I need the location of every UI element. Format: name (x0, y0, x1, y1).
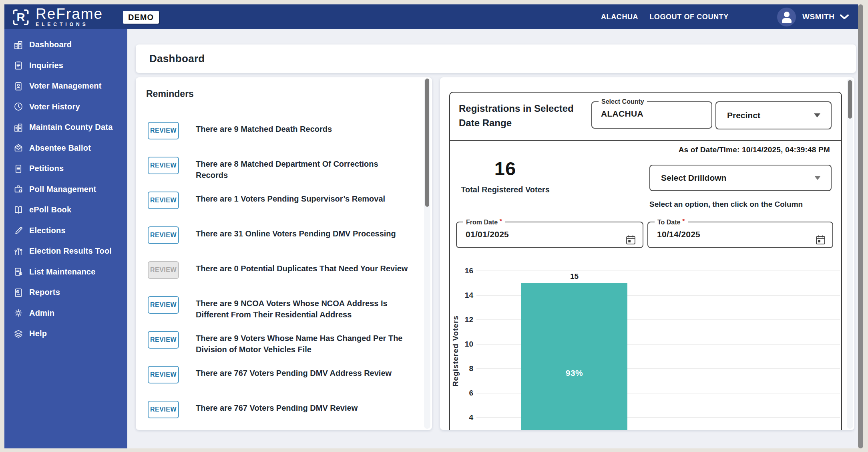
precinct-select-label: Precinct (727, 111, 760, 120)
calendar-icon[interactable] (815, 234, 826, 245)
reminder-text: There are 9 NCOA Voters Whose NCOA Addre… (196, 296, 412, 320)
reminders-scrollbar[interactable] (424, 79, 430, 429)
bar-percentage-label: 93% (521, 368, 627, 378)
precinct-select[interactable]: Precinct (715, 101, 832, 129)
review-button[interactable]: REVIEW (148, 366, 179, 383)
review-button[interactable]: REVIEW (148, 157, 179, 174)
bar-value-label: 15 (521, 272, 627, 281)
envelope-check-icon (13, 143, 24, 153)
reminder-row: REVIEWThere are 767 Voters Pending DMV R… (148, 401, 358, 430)
registrations-title: Registrations in Selected Date Range (459, 101, 591, 130)
app-window: R ReFrame ELECTIONS DEMO ALACHUA LOGOUT … (4, 4, 858, 448)
sidebar-item-label: Poll Management (29, 185, 96, 194)
review-button[interactable]: REVIEW (148, 296, 179, 314)
sidebar-item-maintain-county-data[interactable]: Maintain County Data (4, 117, 127, 138)
review-button[interactable]: REVIEW (148, 331, 179, 349)
logout-of-county-link[interactable]: LOGOUT OF COUNTY (649, 13, 729, 21)
clock-icon (13, 101, 24, 112)
y-axis-label: Registered Voters (451, 315, 460, 387)
sidebar-item-label: Absentee Ballot (29, 143, 91, 153)
demo-badge: DEMO (123, 11, 159, 24)
sidebar-item-label: Dashboard (29, 40, 72, 49)
section-divider (450, 140, 841, 141)
from-date-value: 01/01/2025 (466, 230, 643, 239)
select-county-value: ALACHUA (601, 109, 711, 119)
brand-logo: R ReFrame ELECTIONS (11, 7, 103, 27)
select-county-label: Select County (599, 98, 647, 105)
sidebar-item-poll-management[interactable]: Poll Management (4, 179, 127, 200)
total-registered-label: Total Registered Voters (457, 185, 553, 194)
drilldown-select[interactable]: Select Drilldown (649, 165, 832, 191)
people-chart-icon (13, 246, 24, 256)
clipboard-icon (13, 60, 24, 71)
user-menu[interactable]: WSMITH (777, 4, 849, 29)
county-link[interactable]: ALACHUA (601, 13, 638, 21)
sidebar-item-help[interactable]: Help (4, 323, 127, 344)
sidebar-item-label: Help (29, 329, 47, 338)
svg-text:R: R (16, 11, 25, 24)
buildings-icon (13, 122, 24, 133)
sidebar-item-inquiries[interactable]: Inquiries (4, 55, 127, 76)
reminders-scrollbar-thumb[interactable] (425, 79, 429, 207)
sidebar: DashboardInquiriesVoter ManagementVoter … (4, 29, 127, 448)
registrations-bar-chart: 46810121416 Registered Voters 93% 15 (450, 257, 843, 430)
registrations-scrollbar-thumb[interactable] (848, 80, 852, 119)
reminders-title: Reminders (146, 89, 194, 99)
page-title: Dashboard (149, 52, 205, 65)
sidebar-item-label: Voter Management (29, 81, 102, 91)
sidebar-item-absentee-ballot[interactable]: Absentee Ballot (4, 138, 127, 159)
reminder-text: There are 1 Voters Pending Supervisor’s … (196, 192, 385, 204)
sidebar-item-label: ePoll Book (29, 205, 71, 214)
gear-icon (13, 308, 24, 318)
page-scrollbar-thumb[interactable] (858, 4, 863, 448)
select-county-field[interactable]: Select County ALACHUA (591, 98, 712, 129)
y-axis-tick-label: 14 (450, 291, 473, 300)
report-icon (13, 287, 24, 298)
caret-down-icon (814, 113, 820, 117)
sidebar-item-label: Maintain County Data (29, 123, 113, 132)
y-axis-tick-label: 6 (450, 388, 473, 398)
review-button[interactable]: REVIEW (148, 401, 179, 418)
sidebar-item-dashboard[interactable]: Dashboard (4, 34, 127, 55)
registrations-panel: Registrations in Selected Date Range Sel… (440, 77, 854, 430)
caret-down-icon (815, 176, 820, 180)
sidebar-item-reports[interactable]: Reports (4, 282, 127, 303)
reminder-row: REVIEWThere are 9 Voters Whose Name Has … (148, 331, 412, 366)
to-date-field[interactable]: To Date * 10/14/2025 (647, 218, 833, 248)
sidebar-item-admin[interactable]: Admin (4, 303, 127, 324)
id-card-icon (13, 81, 24, 91)
review-button[interactable]: REVIEW (148, 122, 179, 139)
reminders-panel: Reminders REVIEWThere are 9 Matched Deat… (136, 77, 432, 430)
sidebar-item-label: Inquiries (29, 61, 63, 70)
review-button[interactable]: REVIEW (148, 226, 179, 244)
sidebar-item-label: Election Results Tool (29, 246, 112, 256)
user-avatar-icon (777, 8, 796, 26)
reminder-row: REVIEWThere are 9 NCOA Voters Whose NCOA… (148, 296, 412, 331)
briefcase-gear-icon (13, 184, 24, 194)
pen-icon (13, 225, 24, 236)
sidebar-item-petitions[interactable]: Petitions (4, 158, 127, 179)
sidebar-item-list-maintenance[interactable]: List Maintenance (4, 262, 127, 282)
reminder-text: There are 767 Voters Pending DMV Review (196, 401, 358, 414)
sidebar-item-label: Reports (29, 288, 60, 297)
reminder-text: There are 9 Matched Death Records (196, 122, 332, 135)
buildings-icon (13, 40, 24, 50)
reminder-row: REVIEWThere are 8 Matched Department Of … (148, 157, 412, 192)
review-button[interactable]: REVIEW (148, 192, 179, 209)
to-date-label: To Date (657, 219, 680, 226)
y-axis-tick-label: 16 (450, 266, 473, 276)
sidebar-item-voter-management[interactable]: Voter Management (4, 76, 127, 97)
reminder-row: REVIEWThere are 31 Online Voters Pending… (148, 226, 396, 261)
reminder-text: There are 9 Voters Whose Name Has Change… (196, 331, 412, 355)
sidebar-item-elections[interactable]: Elections (4, 220, 127, 241)
registrations-scrollbar[interactable] (847, 79, 853, 429)
chevron-down-icon (840, 14, 849, 20)
reminder-text: There are 8 Matched Department Of Correc… (196, 157, 412, 181)
brand-mark-icon: R (11, 7, 31, 27)
from-date-field[interactable]: From Date * 01/01/2025 (456, 218, 643, 248)
calendar-icon[interactable] (625, 234, 636, 245)
sidebar-item-voter-history[interactable]: Voter History (4, 97, 127, 117)
sidebar-item-epoll-book[interactable]: ePoll Book (4, 200, 127, 220)
sidebar-item-election-results-tool[interactable]: Election Results Tool (4, 241, 127, 262)
registrations-bar[interactable]: 93% (521, 283, 627, 430)
